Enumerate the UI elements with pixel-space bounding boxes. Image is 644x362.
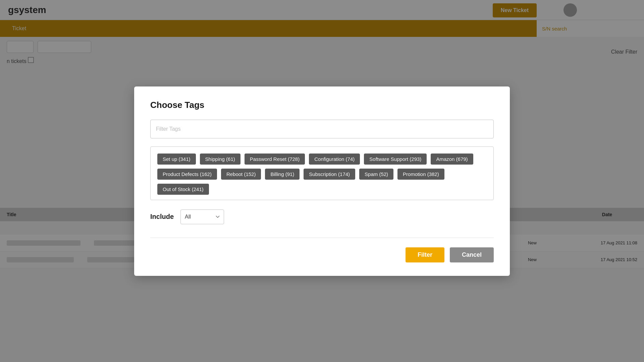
include-label: Include — [150, 213, 174, 221]
tag-chip[interactable]: Shipping (61) — [200, 154, 240, 165]
modal-title: Choose Tags — [150, 100, 494, 110]
filter-tags-input[interactable] — [150, 120, 494, 138]
filter-button[interactable]: Filter — [406, 247, 444, 262]
tags-container: Set up (341)Shipping (61)Password Reset … — [150, 146, 494, 200]
include-select[interactable]: AllAnyNone — [180, 209, 224, 224]
tag-chip[interactable]: Billing (91) — [265, 169, 300, 180]
cancel-button[interactable]: Cancel — [450, 247, 494, 262]
tag-chip[interactable]: Software Support (293) — [364, 154, 427, 165]
tag-chip[interactable]: Promotion (382) — [397, 169, 444, 180]
include-row: Include AllAnyNone — [150, 209, 494, 224]
tag-chip[interactable]: Product Defects (162) — [157, 169, 217, 180]
modal-divider — [150, 238, 494, 238]
tag-chip[interactable]: Password Reset (728) — [245, 154, 305, 165]
tag-chip[interactable]: Configuration (74) — [309, 154, 360, 165]
modal-overlay: Choose Tags Set up (341)Shipping (61)Pas… — [0, 0, 644, 362]
tag-chip[interactable]: Subscription (174) — [304, 169, 355, 180]
tag-chip[interactable]: Spam (52) — [359, 169, 393, 180]
tag-chip[interactable]: Set up (341) — [157, 154, 196, 165]
tag-chip[interactable]: Amazon (679) — [431, 154, 473, 165]
tag-chip[interactable]: Out of Stock (241) — [157, 184, 209, 195]
modal-footer: Filter Cancel — [150, 247, 494, 262]
filter-tags-wrapper — [150, 120, 494, 138]
choose-tags-modal: Choose Tags Set up (341)Shipping (61)Pas… — [134, 86, 510, 276]
tag-chip[interactable]: Reboot (152) — [221, 169, 261, 180]
